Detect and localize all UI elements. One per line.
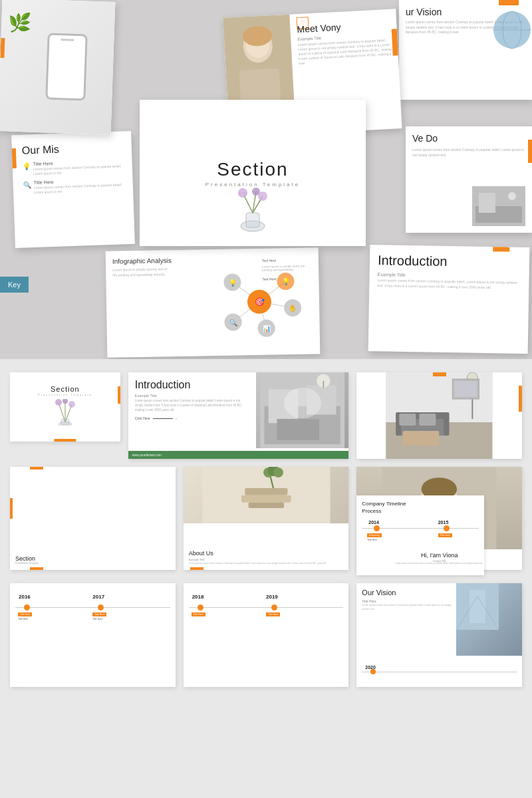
wedo-slide: Ve Do Lorem ipsum comes from section Con… [406, 126, 532, 233]
orange-top-bar [499, 0, 519, 5]
svg-text:📊: 📊 [263, 324, 271, 332]
row1-room-slide [356, 372, 522, 459]
tl-2020-bar: 2020 [362, 665, 517, 682]
room-photo [256, 372, 348, 448]
center-title: Section [217, 159, 288, 180]
plant-hand-icon: 🌿 [8, 11, 32, 34]
tag-2019a: Title Here [266, 612, 280, 616]
orange-top-center [433, 372, 446, 376]
svg-rect-61 [444, 412, 450, 436]
dot-2014 [374, 525, 380, 531]
intro-orange-top [493, 247, 509, 251]
svg-rect-64 [403, 431, 440, 446]
infographic-text-right: Text Here Lorem ipsum is simply dums the… [262, 257, 316, 281]
tl-container-2: 2018 Title Here 2019 Title Here [189, 594, 344, 634]
row3-timeline1: 2016 Title Here Title Here 2017 Title He… [10, 583, 176, 686]
svg-rect-70 [245, 488, 287, 495]
dot-2017 [98, 604, 104, 610]
svg-text:✋: ✋ [289, 304, 297, 313]
orange-accent [392, 29, 398, 55]
phones-slide: 🌿 [0, 0, 115, 135]
person-portrait [223, 15, 294, 111]
orange-left-bar-r2 [10, 498, 13, 519]
svg-point-76 [273, 467, 283, 477]
intro-title: Introduction [378, 253, 521, 271]
svg-rect-62 [400, 414, 416, 426]
mission-title: Our Mis [22, 141, 122, 156]
orange-accent-bar [0, 38, 5, 58]
svg-rect-21 [479, 193, 495, 213]
svg-text:🎯: 🎯 [254, 297, 264, 307]
mission-slide: Our Mis 💡 Title Here Lorem ipsum comes f… [11, 131, 135, 248]
year-2018: 2018 [192, 594, 204, 600]
row3-timeline2: 2018 Title Here 2019 Title Here [184, 583, 349, 686]
orange-bot-bar-r2 [30, 567, 43, 570]
section-title-r1: Section [51, 385, 80, 393]
year-2017: 2017 [92, 594, 104, 600]
tl2-line-1 [15, 607, 170, 608]
search-icon: 🔍 [23, 181, 31, 188]
tag-discovery: Discovery [367, 533, 381, 537]
svg-rect-72 [248, 502, 283, 508]
svg-rect-54 [277, 419, 320, 440]
orange-bar-bottom [54, 439, 76, 442]
svg-rect-71 [241, 495, 291, 503]
dot-2020 [370, 669, 376, 674]
svg-point-8 [239, 189, 243, 193]
section-sub-r2: Presentation Template [15, 562, 170, 565]
svg-point-43 [55, 399, 62, 406]
row1-section-slide: Section Presentation Template [10, 372, 120, 442]
tag-2015: Title Here [438, 533, 452, 537]
svg-rect-51 [307, 385, 336, 414]
svg-rect-47 [61, 419, 69, 425]
url-text: www.yourdomain.com [132, 454, 162, 457]
infographic-body: Lorem ipsum is simply dums the printing … [262, 264, 315, 271]
tag-2018a: Title Here [192, 612, 205, 616]
row3-vision-slide: 2020 Our Vision Title Here Lorem ipsum c… [356, 583, 522, 686]
svg-point-22 [508, 192, 516, 200]
year-2019: 2019 [266, 594, 278, 600]
label-2017a: Title Here [92, 618, 102, 620]
svg-point-10 [241, 193, 245, 197]
vision-image [456, 583, 522, 656]
key-badge: Key [0, 277, 29, 293]
svg-point-9 [243, 189, 247, 193]
svg-text:🔍: 🔍 [229, 318, 237, 327]
bottom-grid-section: Section Presentation Template [0, 359, 532, 700]
row1-grid: Section Presentation Template [10, 372, 522, 459]
tl-2020-line [362, 672, 517, 672]
about-image [184, 467, 349, 523]
meet-body: Lorem ipsum comes from section Contrary … [395, 563, 483, 565]
timeline-bar: 2014 Discovery Title Here 2015 Title Her… [362, 520, 479, 547]
intro-main-body: Lorem ipsum comes from section Contrary … [135, 399, 249, 412]
svg-rect-1 [246, 213, 259, 227]
section-sub-r1: Presentation Template [38, 393, 92, 396]
vision-body: Lorem ipsum comes from section Contrary … [362, 604, 455, 611]
intro-text: Lorem ipsum comes from section Contrary … [377, 278, 521, 291]
section-title-r2: Section [15, 555, 170, 562]
label-2014: Title Here [367, 539, 377, 541]
flower-mini [49, 399, 82, 429]
row3-grid: 2016 Title Here Title Here 2017 Title He… [10, 583, 522, 686]
row2-about-slide: About Us Example Title Lorem ipsum comes… [184, 467, 349, 570]
tl-container-1: 2016 Title Here Title Here 2017 Title He… [15, 594, 170, 634]
dot-2016 [24, 604, 30, 610]
infographic-text: Lorem ipsum is simply dummy text of the … [112, 267, 172, 278]
dot-2018 [198, 604, 203, 610]
svg-text:💡: 💡 [228, 278, 237, 287]
center-slide: Section Presentation Template [140, 100, 366, 246]
room-image [472, 186, 525, 226]
svg-rect-83 [469, 590, 485, 623]
orange-right-bar [528, 140, 532, 163]
year-2020-container: 2020 [362, 665, 517, 682]
dot-2019 [271, 604, 277, 610]
tag-2017a: Title Here [92, 612, 106, 616]
about-title: About Us [189, 550, 344, 557]
vision-slide: ur Vision Lorem ipsum comes from section… [399, 0, 532, 100]
orange-bar-right [118, 386, 120, 404]
row1-intro-slide: Introduction Example Title Lorem ipsum c… [128, 372, 349, 459]
meet-title: Meet Vony [297, 19, 392, 35]
svg-rect-63 [420, 414, 436, 426]
tl2-line-2 [189, 607, 344, 608]
orange-right [519, 386, 522, 412]
